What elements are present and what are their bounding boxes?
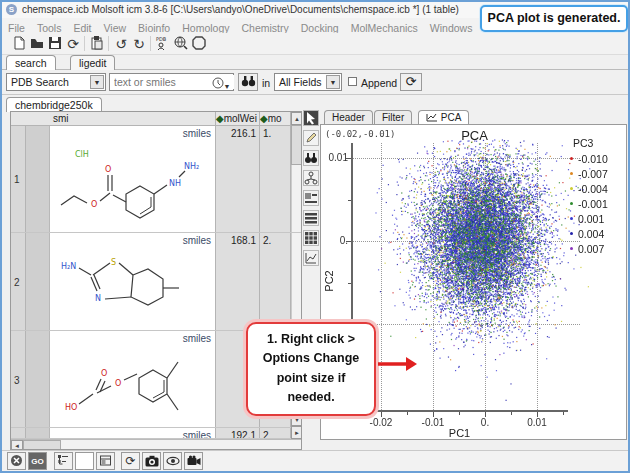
- molwei-cell[interactable]: 192.1: [216, 428, 260, 438]
- stop-icon[interactable]: [190, 35, 208, 53]
- column-header-molwei[interactable]: ◆molWei: [216, 112, 260, 126]
- pointer-tool-icon[interactable]: [303, 110, 319, 126]
- redo-icon[interactable]: ↻: [130, 35, 148, 53]
- table-row[interactable]: 2 smiles H₂N S N 168.1: [11, 233, 302, 331]
- scroll-right-button[interactable]: ►: [291, 426, 302, 439]
- tab-header[interactable]: Header: [324, 110, 373, 124]
- hscroll-thumb[interactable]: [23, 440, 61, 450]
- close-icon[interactable]: [7, 452, 26, 470]
- table-image-icon[interactable]: [303, 190, 319, 206]
- pdb-fetch-icon[interactable]: PDB: [154, 35, 172, 53]
- mo-cell[interactable]: 1.: [260, 126, 291, 232]
- smi-cell[interactable]: smiles O HO O: [50, 331, 216, 427]
- column-header-smi[interactable]: smi: [11, 112, 216, 126]
- search-binoculars-icon[interactable]: [303, 150, 319, 166]
- scroll-left-button[interactable]: ◄: [11, 440, 23, 450]
- hscroll-track[interactable]: ◄: [11, 439, 302, 450]
- smi-cell[interactable]: smiles: [50, 428, 216, 438]
- svg-text:HO: HO: [65, 403, 77, 412]
- svg-text:S: S: [111, 258, 116, 267]
- search-bar: PDB Search ▼ ▼ in All Fields ▼ Append ⟳: [2, 70, 628, 95]
- row-number: [11, 428, 26, 438]
- tab-pca[interactable]: PCA: [418, 110, 469, 124]
- legend-entry: 0.004: [578, 228, 604, 240]
- row-number: 2: [11, 233, 26, 330]
- eye-icon[interactable]: [163, 452, 182, 470]
- row-select-cell[interactable]: [26, 331, 50, 427]
- x-minor-tick: [511, 412, 512, 415]
- y-minor-tick: [348, 200, 351, 201]
- legend-title: PC3: [573, 137, 593, 149]
- column-type-icon: ◆: [216, 113, 224, 124]
- smi-cell[interactable]: smiles ClH O O NH NH₂: [50, 126, 216, 232]
- svg-text:O: O: [101, 369, 107, 378]
- row-select-cell[interactable]: [26, 233, 50, 330]
- refresh-search-button[interactable]: ⟳: [400, 73, 422, 91]
- molwei-cell[interactable]: 168.1: [216, 233, 260, 330]
- legend-entry: -0.001: [578, 198, 608, 210]
- append-checkbox[interactable]: [348, 77, 357, 86]
- reload-icon[interactable]: ⟳: [121, 452, 140, 470]
- legend-dot-icon: [570, 202, 573, 205]
- chevron-down-icon[interactable]: ▼: [90, 75, 104, 89]
- row-select-cell[interactable]: [26, 126, 50, 232]
- screenshot-camera-icon[interactable]: [142, 452, 161, 470]
- callout-point-size: 1. Right click > Options Change point si…: [246, 322, 376, 416]
- tab-search[interactable]: search: [6, 55, 56, 70]
- molecule-structure: ClH O O NH NH₂: [53, 139, 213, 231]
- window-title: chemspace.icb Molsoft icm 3.8-6 [C:\User…: [22, 4, 459, 15]
- hierarchy-icon[interactable]: [303, 170, 319, 186]
- table-row[interactable]: smiles 192.1 2: [11, 428, 302, 439]
- molecule-structure: O HO O: [53, 344, 213, 428]
- chart-view-icon[interactable]: [303, 250, 319, 266]
- search-mode-select[interactable]: PDB Search ▼: [6, 73, 106, 91]
- svg-text:H₂N: H₂N: [61, 262, 76, 271]
- row-number: 3: [11, 331, 26, 427]
- icm-window: S chemspace.icb Molsoft icm 3.8-6 [C:\Us…: [0, 0, 630, 473]
- svg-text:N: N: [95, 294, 101, 303]
- tree-view-icon[interactable]: [54, 452, 73, 470]
- mo-cell[interactable]: 2: [260, 428, 291, 438]
- smiles-type-label: smiles: [183, 333, 211, 344]
- scroll-up-button[interactable]: ▲: [291, 112, 302, 125]
- history-dropdown[interactable]: ▼: [208, 75, 234, 89]
- callout-pca-generated: PCA plot is generated.: [480, 5, 628, 32]
- chevron-down-icon[interactable]: ▼: [326, 75, 340, 89]
- new-document-icon[interactable]: [10, 35, 28, 53]
- chart-icon: [426, 113, 438, 122]
- x-axis-label: PC1: [321, 427, 598, 439]
- grid-view-icon[interactable]: [303, 230, 319, 246]
- cursor-coords: (-0.02,-0.01): [325, 129, 395, 139]
- movie-camera-icon[interactable]: [184, 452, 203, 470]
- go-button[interactable]: GO: [28, 452, 47, 470]
- svg-text:PDB: PDB: [156, 36, 167, 42]
- append-label: Append: [361, 77, 397, 89]
- svg-text:O: O: [105, 165, 111, 174]
- web-search-icon[interactable]: [172, 35, 190, 53]
- list-view-icon[interactable]: [303, 210, 319, 226]
- save-icon[interactable]: [46, 35, 64, 53]
- mo-cell[interactable]: 2.: [260, 233, 291, 330]
- edit-pencil-icon[interactable]: [303, 130, 319, 146]
- smi-cell[interactable]: smiles H₂N S N: [50, 233, 216, 330]
- reload-icon[interactable]: ⟳: [64, 35, 82, 53]
- blank-page-button[interactable]: [75, 452, 94, 470]
- legend-entry: 0.007: [578, 243, 604, 255]
- workspace-tab-row: search ligedit: [2, 55, 628, 70]
- tab-filter[interactable]: Filter: [374, 110, 412, 124]
- row-select-cell[interactable]: [26, 428, 50, 438]
- tab-ligedit[interactable]: ligedit: [70, 55, 115, 70]
- tab-chembridge250k[interactable]: chembridge250k: [6, 97, 102, 112]
- undo-icon[interactable]: ↺: [112, 35, 130, 53]
- window-layout-icon[interactable]: [96, 452, 115, 470]
- search-binoculars-button[interactable]: [238, 73, 258, 91]
- column-header-mo[interactable]: ◆mo: [260, 112, 291, 126]
- svg-text:O: O: [115, 379, 121, 388]
- in-label: in: [262, 77, 270, 89]
- table-row[interactable]: 1 smiles ClH O O NH: [11, 126, 302, 233]
- open-folder-icon[interactable]: [28, 35, 46, 53]
- field-select[interactable]: All Fields ▼: [274, 73, 342, 91]
- paste-icon[interactable]: [88, 35, 106, 53]
- y-minor-tick: [348, 283, 351, 284]
- molwei-cell[interactable]: 216.1: [216, 126, 260, 232]
